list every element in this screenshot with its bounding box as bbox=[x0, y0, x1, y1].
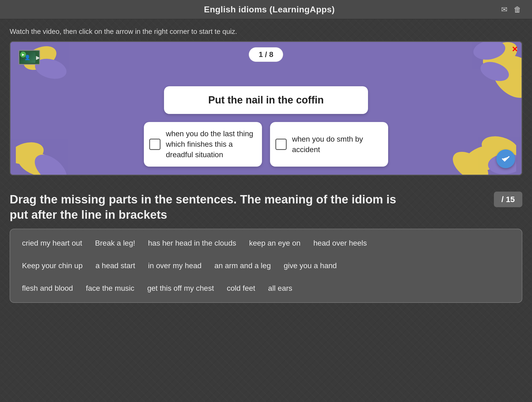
words-container: cried my heart outBreak a leg!has her he… bbox=[10, 229, 522, 303]
score-badge: / 15 bbox=[494, 192, 522, 207]
answer-text-2: when you do smth by accident bbox=[292, 134, 383, 155]
answer-choices: when you do the last thing which finishe… bbox=[24, 122, 508, 167]
close-button[interactable]: ✕ bbox=[512, 46, 518, 53]
word-chip[interactable]: give you a hand bbox=[283, 260, 338, 272]
word-chip[interactable]: all ears bbox=[267, 282, 293, 294]
trash-icon[interactable]: 🗑 bbox=[514, 5, 521, 14]
mail-icon[interactable]: ✉ bbox=[501, 5, 507, 14]
word-chip[interactable]: face the music bbox=[85, 282, 136, 294]
quiz-container: ▶ 👤 1 / 8 ✕ Put the nail in the coffin w… bbox=[10, 41, 522, 175]
word-chip[interactable]: Break a leg! bbox=[94, 237, 136, 249]
word-chip[interactable]: has her head in the clouds bbox=[147, 237, 237, 249]
answer-card-2[interactable]: when you do smth by accident bbox=[270, 122, 388, 167]
svg-point-2 bbox=[488, 61, 522, 98]
answer-checkbox-2[interactable] bbox=[275, 139, 287, 150]
answer-card-1[interactable]: when you do the last thing which finishe… bbox=[144, 122, 262, 167]
word-chip[interactable]: an arm and a leg bbox=[213, 260, 272, 272]
word-chip[interactable]: in over my head bbox=[147, 260, 203, 272]
answer-checkbox-1[interactable] bbox=[149, 139, 161, 150]
drag-title: Drag the missing parts in the sentences.… bbox=[10, 192, 412, 222]
check-button[interactable] bbox=[496, 149, 515, 168]
word-chip[interactable]: keep an eye on bbox=[248, 237, 302, 249]
instruction-text: Watch the video, then click on the arrow… bbox=[0, 19, 532, 41]
drag-section: Drag the missing parts in the sentences.… bbox=[0, 184, 532, 311]
word-chip[interactable]: flesh and blood bbox=[21, 282, 74, 294]
checkmark-icon bbox=[501, 154, 511, 164]
word-chip[interactable]: cried my heart out bbox=[21, 237, 83, 249]
word-chip[interactable]: Keep your chin up bbox=[21, 260, 84, 272]
question-text: Put the nail in the coffin bbox=[208, 94, 324, 106]
progress-indicator: 1 / 8 bbox=[249, 47, 283, 62]
page-title: English idioms (LearningApps) bbox=[204, 5, 335, 15]
drag-header-row: Drag the missing parts in the sentences.… bbox=[10, 192, 522, 222]
word-chip[interactable]: head over heels bbox=[312, 237, 368, 249]
word-chip[interactable]: get this off my chest bbox=[146, 282, 215, 294]
title-bar: English idioms (LearningApps) ✉ 🗑 bbox=[0, 0, 532, 19]
word-chip[interactable]: a head start bbox=[94, 260, 136, 272]
word-chip[interactable]: cold feet bbox=[226, 282, 256, 294]
question-card: Put the nail in the coffin bbox=[164, 86, 368, 114]
video-thumbnail[interactable]: ▶ 👤 bbox=[19, 50, 40, 65]
answer-text-1: when you do the last thing which finishe… bbox=[166, 128, 257, 160]
title-bar-icons: ✉ 🗑 bbox=[501, 5, 521, 14]
quiz-background: ▶ 👤 1 / 8 ✕ Put the nail in the coffin w… bbox=[10, 42, 522, 175]
